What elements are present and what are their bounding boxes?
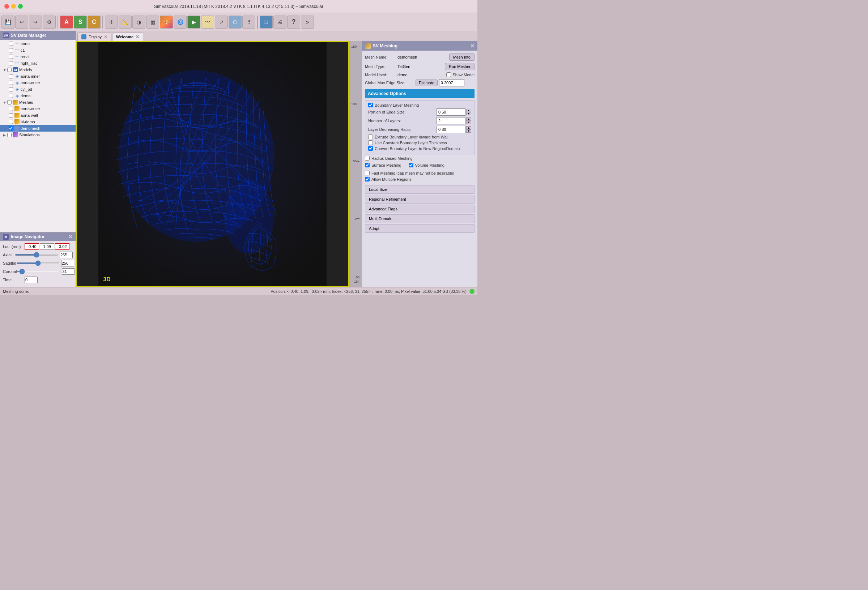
help-button[interactable]: ? xyxy=(287,16,300,28)
tree-checkbox-aorta[interactable] xyxy=(9,41,13,46)
undo-button[interactable]: ↩ xyxy=(15,16,28,28)
tree-checkbox-aorta-wall[interactable] xyxy=(9,113,13,118)
allow-multiple-checkbox[interactable] xyxy=(365,177,370,181)
tab-display-close[interactable]: ✕ xyxy=(104,34,108,40)
color-button[interactable]: 🎨 xyxy=(160,16,173,28)
maximize-button[interactable] xyxy=(18,4,23,9)
cube-button[interactable]: ⬡ xyxy=(229,16,242,28)
tree-item-simulations[interactable]: ▶ Simulations xyxy=(0,131,75,138)
tree-item-c1[interactable]: 〰 c1 xyxy=(0,47,75,53)
tree-checkbox-renal[interactable] xyxy=(9,55,13,59)
tree-item-demomesh[interactable]: demomesh xyxy=(0,125,75,131)
local-size-button[interactable]: Local Size xyxy=(365,185,474,194)
tree-item-renal[interactable]: 〰 renal xyxy=(0,53,75,60)
tree-checkbox-demomesh[interactable] xyxy=(9,126,13,130)
radius-based-checkbox[interactable] xyxy=(365,156,370,161)
constant-thickness-checkbox[interactable] xyxy=(368,140,373,145)
green-button[interactable]: ▶ xyxy=(187,16,200,28)
coronal-slider[interactable] xyxy=(17,271,61,272)
convert-region-checkbox[interactable] xyxy=(368,146,373,151)
axial-spin[interactable] xyxy=(60,252,73,258)
tool-a-button[interactable]: A xyxy=(60,16,73,28)
print-button[interactable]: 🖨 xyxy=(273,16,286,28)
tree-checkbox-demo[interactable] xyxy=(9,94,13,98)
adapt-button[interactable]: Adapt xyxy=(365,224,474,233)
boundary-layer-checkbox[interactable] xyxy=(368,103,373,108)
num-layers-up[interactable]: ▲ xyxy=(466,118,471,121)
loc-x-input[interactable] xyxy=(25,243,39,250)
tree-item-aorta-inner[interactable]: ◈ aorta-inner xyxy=(0,73,75,80)
redo-button[interactable]: ↪ xyxy=(29,16,42,28)
axial-slider[interactable] xyxy=(15,254,58,255)
tree-item-aorta-outer-model[interactable]: ◈ aorta-outer xyxy=(0,80,75,86)
tree-item-aorta-wall[interactable]: aorta-wall xyxy=(0,112,75,119)
layer-ratio-up[interactable]: ▲ xyxy=(466,126,471,130)
num-layers-down[interactable]: ▼ xyxy=(466,121,471,124)
show-model-checkbox[interactable] xyxy=(446,72,451,77)
image-nav-close[interactable]: ✕ xyxy=(68,234,73,240)
tool-s-button[interactable]: S xyxy=(74,16,87,28)
tree-checkbox-cyl-pd[interactable] xyxy=(9,87,13,91)
tree-item-aorta-outer-mesh[interactable]: aorta-outer xyxy=(0,106,75,112)
global-edge-input[interactable] xyxy=(439,79,464,86)
tree-checkbox-right-iliac[interactable] xyxy=(9,61,13,65)
save-button[interactable]: 💾 xyxy=(1,16,15,28)
more-button[interactable]: » xyxy=(301,16,314,28)
tree-checkbox-bl-demo[interactable] xyxy=(9,119,13,124)
estimate-button[interactable]: Estimate xyxy=(416,80,438,86)
run-mesher-button[interactable]: Run Mesher xyxy=(445,63,474,70)
loc-z-input[interactable] xyxy=(55,243,69,250)
surface-meshing-checkbox[interactable] xyxy=(365,163,370,167)
tool-c-button[interactable]: C xyxy=(87,16,100,28)
layer-ratio-down[interactable]: ▼ xyxy=(466,130,471,133)
tree-item-demo[interactable]: ◈ demo xyxy=(0,93,75,99)
extrude-checkbox[interactable] xyxy=(368,134,373,139)
fast-meshing-checkbox[interactable] xyxy=(365,171,370,176)
viewport-3d[interactable]: 3D xyxy=(76,41,349,287)
settings-button[interactable]: ⚙ xyxy=(43,16,56,28)
volume-meshing-checkbox[interactable] xyxy=(409,163,413,167)
tab-welcome-close[interactable]: ✕ xyxy=(136,34,139,40)
tree-item-aorta[interactable]: 〰 aorta xyxy=(0,40,75,47)
expand-simulations[interactable]: ▶ xyxy=(3,133,7,137)
portion-edge-down[interactable]: ▼ xyxy=(466,112,471,115)
loc-y-input[interactable] xyxy=(40,243,54,250)
tree-item-meshes[interactable]: ▼ Meshes xyxy=(0,99,75,106)
window-controls[interactable] xyxy=(4,4,23,9)
tree-item-models[interactable]: ▼ M Models xyxy=(0,66,75,73)
time-spin[interactable] xyxy=(25,277,38,283)
close-button[interactable] xyxy=(4,4,9,9)
tree-checkbox-meshes[interactable] xyxy=(7,100,12,105)
arrow-button[interactable]: ↗ xyxy=(215,16,228,28)
minimize-button[interactable] xyxy=(11,4,16,9)
portion-edge-up[interactable]: ▲ xyxy=(466,109,471,112)
right-panel-close[interactable]: ✕ xyxy=(470,43,474,49)
regional-refinement-button[interactable]: Regional Refinement xyxy=(365,195,474,204)
multi-domain-button[interactable]: Multi-Domain xyxy=(365,214,474,223)
sagittal-spin[interactable] xyxy=(61,260,74,267)
advanced-flags-button[interactable]: Advanced Flags xyxy=(365,205,474,213)
expand-meshes[interactable]: ▼ xyxy=(3,100,7,105)
tab-display[interactable]: Display ✕ xyxy=(77,32,111,41)
sagittal-slider[interactable] xyxy=(16,263,60,264)
tree-checkbox-simulations[interactable] xyxy=(7,133,12,137)
path-button[interactable]: 〰 xyxy=(201,16,214,28)
tab-welcome[interactable]: Welcome ✕ xyxy=(112,32,143,41)
tree-item-bl-demo[interactable]: bl-demo xyxy=(0,119,75,125)
ruler-button[interactable]: 📐 xyxy=(119,16,131,28)
tree-checkbox-aorta-outer-model[interactable] xyxy=(9,81,13,85)
tree-checkbox-aorta-inner[interactable] xyxy=(9,74,13,78)
tree-item-cyl-pd[interactable]: ◈ cyl_pd xyxy=(0,86,75,93)
tree-item-right-iliac[interactable]: 〰 right_iliac xyxy=(0,60,75,66)
expand-models[interactable]: ▼ xyxy=(3,68,7,72)
tree-checkbox-aorta-outer-mesh[interactable] xyxy=(9,107,13,111)
portion-edge-input[interactable] xyxy=(437,108,465,116)
tree-checkbox-c1[interactable] xyxy=(9,48,13,52)
box-button[interactable]: □ xyxy=(260,16,273,28)
crosshair-button[interactable]: ✛ xyxy=(105,16,118,28)
wind-button[interactable]: 🌀 xyxy=(174,16,187,28)
num-layers-input[interactable] xyxy=(437,117,465,124)
tree-checkbox-models[interactable] xyxy=(7,68,12,72)
dots-button[interactable]: ⠿ xyxy=(242,16,255,28)
mesh-info-button[interactable]: Mesh Info xyxy=(449,53,474,61)
